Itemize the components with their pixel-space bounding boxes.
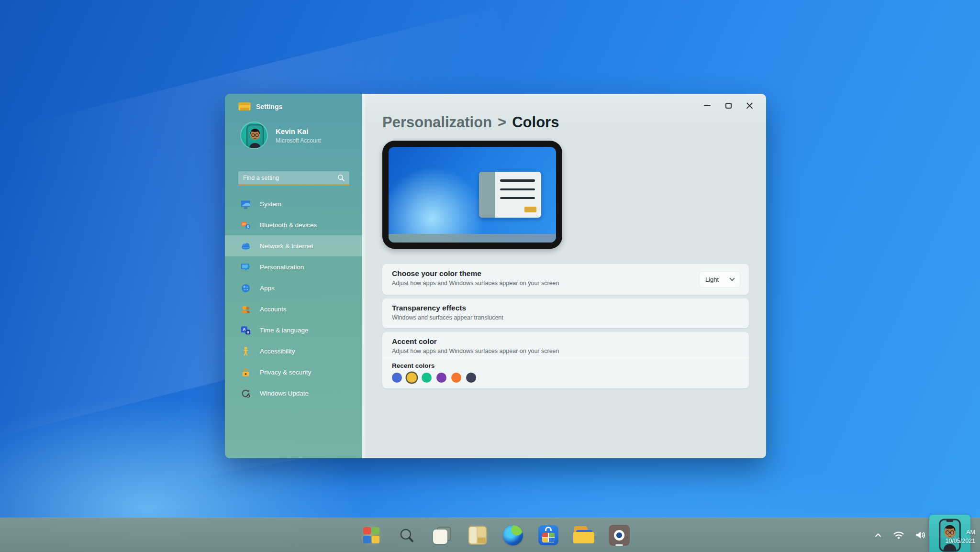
volume-button[interactable] — [915, 530, 926, 540]
accounts-icon — [240, 304, 251, 315]
sidebar-item-system[interactable]: System — [225, 193, 362, 214]
clock-time: AM — [945, 528, 975, 537]
sidebar-item-privacy-security[interactable]: Privacy & security — [225, 362, 362, 383]
file-explorer-icon — [573, 526, 594, 544]
color-theme-card[interactable]: Choose your color theme Adjust how apps … — [382, 264, 749, 295]
user-avatar — [240, 121, 268, 149]
maximize-icon — [725, 103, 732, 109]
active-app-button[interactable] — [608, 524, 630, 546]
accessibility-icon — [240, 346, 251, 357]
preview-text-line — [500, 188, 535, 191]
color-swatch-orange[interactable] — [451, 373, 461, 383]
preview-mini-window — [479, 172, 541, 218]
edge-browser-button[interactable] — [502, 524, 524, 546]
sidebar-item-label: Time & language — [260, 327, 309, 334]
sidebar-item-accounts[interactable]: Accounts — [225, 298, 362, 320]
search-icon — [399, 527, 415, 543]
privacy-security-icon — [240, 367, 251, 378]
personalization-icon — [240, 262, 251, 273]
settings-cards: Choose your color theme Adjust how apps … — [382, 264, 749, 388]
tray-chevron-up-button[interactable] — [874, 531, 882, 540]
file-explorer-button[interactable] — [573, 524, 595, 546]
wifi-icon — [893, 530, 904, 540]
bluetooth-devices-icon — [240, 220, 251, 231]
sidebar-item-label: Network & Internet — [260, 243, 313, 250]
settings-main-pane: Personalization > Colors Choose your col… — [362, 94, 766, 458]
color-swatch-blue[interactable] — [392, 373, 402, 383]
color-swatch-purple[interactable] — [436, 373, 446, 383]
page-title: Colors — [512, 114, 559, 131]
sidebar-item-personalization[interactable]: Personalization — [225, 256, 362, 277]
theme-preview-screen — [389, 147, 556, 243]
volume-icon — [915, 530, 926, 540]
taskbar: AM 10/05/2021 — [0, 518, 980, 552]
preview-mini-sidebar — [479, 172, 495, 218]
card-title: Transparency effects — [392, 304, 739, 312]
preview-text-line — [500, 197, 535, 199]
account-text: Kevin Kai Microsoft Account — [276, 127, 321, 144]
microsoft-store-button[interactable] — [537, 524, 559, 546]
sidebar-item-network-internet[interactable]: Network & Internet — [225, 235, 362, 256]
search-icon — [337, 174, 345, 182]
clock-date: 10/05/2021 — [945, 537, 975, 545]
settings-window: Settings Kevin Kai Microsoft Account — [225, 94, 766, 458]
edge-icon — [503, 525, 523, 545]
recent-colors-section: Recent colors — [382, 359, 749, 386]
sidebar-item-label: Apps — [260, 285, 275, 292]
taskbar-clock[interactable]: AM 10/05/2021 — [945, 528, 975, 545]
svg-text:A: A — [243, 327, 246, 332]
sidebar-item-label: Accounts — [260, 306, 287, 313]
wifi-button[interactable] — [893, 530, 904, 540]
card-subtitle: Adjust how apps and Windows surfaces app… — [392, 280, 739, 287]
start-button[interactable] — [360, 524, 382, 546]
sidebar-item-apps[interactable]: Apps — [225, 277, 362, 298]
card-title: Accent color — [392, 337, 739, 346]
minimize-icon — [704, 105, 711, 107]
color-swatch-yellow-selected[interactable] — [407, 373, 417, 383]
preview-text-line — [500, 179, 535, 182]
color-swatch-green[interactable] — [422, 373, 432, 383]
taskbar-apps — [360, 518, 630, 552]
preview-accent-button — [524, 207, 537, 212]
maximize-button[interactable] — [724, 101, 733, 110]
windows-logo-icon — [363, 527, 379, 543]
account-type: Microsoft Account — [276, 137, 321, 144]
sidebar-item-label: Personalization — [260, 264, 304, 271]
widgets-button[interactable] — [467, 524, 489, 546]
close-icon — [746, 102, 753, 110]
card-title: Choose your color theme — [392, 269, 739, 278]
settings-search-box[interactable] — [238, 171, 349, 186]
sidebar-item-time-language[interactable]: A a Time & language — [225, 320, 362, 341]
window-controls — [703, 101, 754, 110]
theme-dropdown-value: Light — [705, 276, 719, 283]
preview-taskbar — [389, 234, 556, 243]
taskbar-search-button[interactable] — [396, 524, 418, 546]
color-swatch-dark-navy[interactable] — [466, 373, 476, 383]
window-title: Settings — [256, 103, 282, 110]
close-button[interactable] — [745, 101, 754, 110]
sidebar-item-accessibility[interactable]: Accessibility — [225, 341, 362, 362]
search-input[interactable] — [238, 171, 337, 184]
sidebar-item-windows-update[interactable]: Windows Update — [225, 383, 362, 404]
settings-app-icon — [238, 101, 251, 111]
settings-sidebar: Settings Kevin Kai Microsoft Account — [225, 94, 362, 458]
sidebar-item-label: Privacy & security — [260, 369, 311, 376]
window-titlebar: Settings — [225, 94, 362, 111]
transparency-effects-card[interactable]: Transparency effects Windows and surface… — [382, 298, 749, 328]
minimize-button[interactable] — [703, 101, 712, 110]
chevron-up-icon — [874, 531, 882, 540]
theme-preview-monitor — [382, 141, 562, 249]
task-view-button[interactable] — [431, 524, 453, 546]
breadcrumb-parent[interactable]: Personalization — [382, 114, 492, 131]
breadcrumb-separator: > — [498, 114, 506, 131]
card-subtitle: Adjust how apps and Windows surfaces app… — [392, 348, 739, 354]
theme-dropdown[interactable]: Light — [699, 271, 740, 287]
sidebar-item-bluetooth-devices[interactable]: Bluetooth & devices — [225, 214, 362, 235]
accent-color-card[interactable]: Accent color Adjust how apps and Windows… — [382, 332, 749, 388]
widgets-icon — [468, 526, 487, 545]
account-section[interactable]: Kevin Kai Microsoft Account — [240, 121, 321, 149]
sidebar-item-label: Accessibility — [260, 348, 295, 355]
sidebar-item-label: Bluetooth & devices — [260, 221, 317, 229]
active-app-indicator — [615, 544, 623, 546]
chevron-down-icon — [729, 276, 735, 281]
